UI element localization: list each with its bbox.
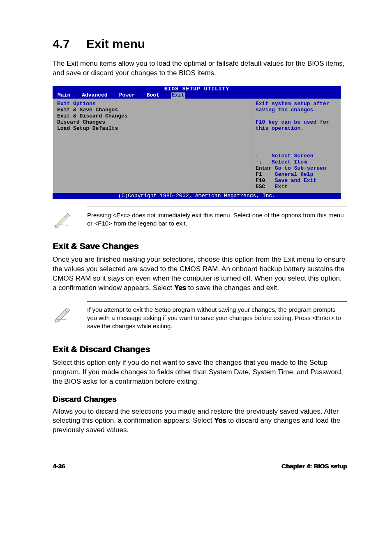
section-number: 4.7 bbox=[53, 37, 70, 51]
note-block: If you attempt to exit the Setup program… bbox=[53, 301, 347, 335]
yes-label: Yes bbox=[214, 417, 226, 424]
page-number: 4-36 bbox=[53, 463, 65, 470]
bios-tab-main: Main bbox=[58, 92, 78, 99]
bios-title: BIOS SETUP UTILITY bbox=[53, 86, 341, 92]
note-text: If you attempt to exit the Setup program… bbox=[87, 301, 347, 335]
bios-tab-advanced: Advanced bbox=[82, 92, 115, 99]
section-heading-discard: Discard Changes bbox=[53, 395, 347, 404]
section-title: Exit menu bbox=[86, 37, 145, 51]
bios-body: Exit Options Exit & Save Changes Exit & … bbox=[53, 99, 341, 193]
section-heading-exit-discard: Exit & Discard Changes bbox=[53, 344, 347, 354]
bios-item: Exit & Discard Changes bbox=[57, 113, 248, 120]
bios-tab-exit: Exit bbox=[171, 92, 185, 99]
bios-item: Load Setup Defaults bbox=[57, 126, 248, 132]
bios-section-label: Exit Options bbox=[57, 101, 248, 107]
page-title: 4.7Exit menu bbox=[53, 37, 347, 51]
bios-item: Exit & Save Changes bbox=[57, 107, 248, 113]
yes-label: Yes bbox=[174, 284, 186, 292]
manual-page: 4.7Exit menu The Exit menu items allow y… bbox=[0, 0, 392, 486]
exit-save-body: Once you are finished making your select… bbox=[53, 255, 347, 293]
bios-screenshot: BIOS SETUP UTILITY Main Advanced Power B… bbox=[53, 86, 341, 199]
bios-help-bottom: ← Select Screen ↑↓ Select Item Enter Go … bbox=[256, 153, 337, 190]
note-block: Pressing <Esc> does not immediately exit… bbox=[53, 207, 347, 233]
bios-tab-power: Power bbox=[119, 92, 143, 99]
bios-item: Discard Changes bbox=[57, 120, 248, 126]
section-heading-exit-save: Exit & Save Changes bbox=[53, 241, 347, 251]
discard-body: Allows you to discard the selections you… bbox=[53, 407, 347, 435]
bios-tab-boot: Boot bbox=[147, 92, 167, 99]
bios-help-top: Exit system setup after saving the chang… bbox=[256, 101, 337, 132]
pencil-note-icon bbox=[53, 301, 87, 322]
page-footer: 4-36 Chapter 4: BIOS setup bbox=[53, 460, 347, 470]
bios-footer: (C)Copyright 1985-2002, American Megatre… bbox=[53, 193, 341, 199]
chapter-label: Chapter 4: BIOS setup bbox=[281, 463, 347, 470]
bios-tab-row: Main Advanced Power Boot Exit bbox=[53, 92, 341, 99]
intro-paragraph: The Exit menu items allow you to load th… bbox=[53, 59, 347, 78]
arrow-left-icon: ← bbox=[256, 153, 272, 159]
bios-left-pane: Exit Options Exit & Save Changes Exit & … bbox=[53, 99, 252, 193]
exit-discard-body: Select this option only if you do not wa… bbox=[53, 358, 347, 387]
note-text: Pressing <Esc> does not immediately exit… bbox=[87, 207, 347, 233]
arrow-updown-icon: ↑↓ bbox=[256, 159, 272, 165]
bios-right-pane: Exit system setup after saving the chang… bbox=[252, 99, 341, 193]
pencil-note-icon bbox=[53, 207, 87, 228]
